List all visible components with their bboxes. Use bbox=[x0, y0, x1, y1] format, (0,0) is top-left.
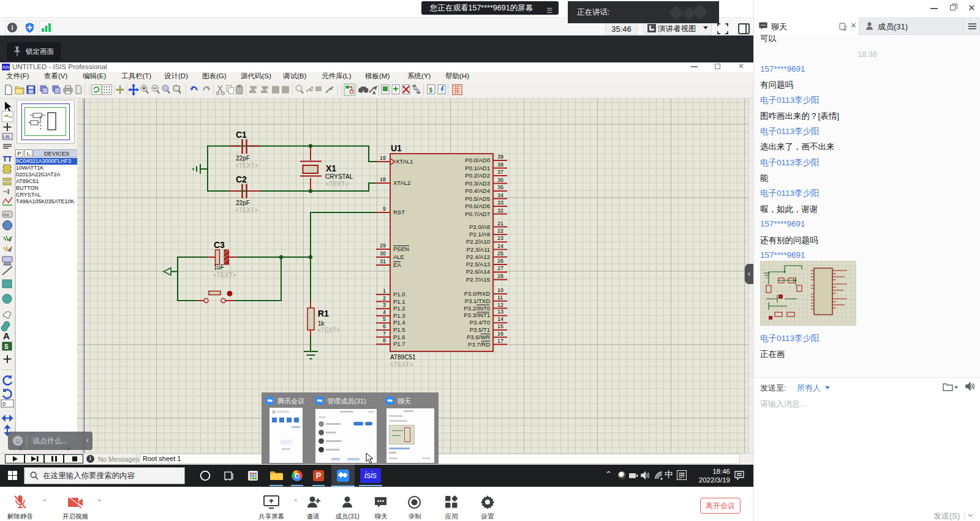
svg-text:31: 31 bbox=[380, 258, 386, 264]
svg-text:AT89C51: AT89C51 bbox=[390, 354, 416, 361]
svg-text:P2.7/A15: P2.7/A15 bbox=[466, 276, 490, 283]
svg-text:13: 13 bbox=[497, 309, 503, 315]
svg-text:P2.2/A10: P2.2/A10 bbox=[466, 238, 490, 245]
svg-text:21: 21 bbox=[497, 220, 503, 227]
svg-text:P1.1: P1.1 bbox=[393, 298, 405, 305]
svg-text:2: 2 bbox=[383, 295, 386, 301]
svg-text:8.8: 8.8 bbox=[4, 213, 9, 217]
svg-text:6: 6 bbox=[383, 323, 386, 329]
svg-text:24: 24 bbox=[497, 243, 503, 249]
svg-text:30: 30 bbox=[380, 250, 386, 257]
svg-text:ALE: ALE bbox=[393, 253, 404, 260]
svg-text:P0.4/AD4: P0.4/AD4 bbox=[465, 187, 490, 194]
svg-text:37: 37 bbox=[497, 169, 503, 175]
svg-text:P0.5/AD5: P0.5/AD5 bbox=[465, 195, 490, 202]
svg-text:<TEXT>: <TEXT> bbox=[317, 327, 340, 334]
svg-text:P0.3/AD3: P0.3/AD3 bbox=[465, 180, 490, 187]
svg-text:P3.7/RD: P3.7/RD bbox=[468, 341, 490, 348]
svg-text:9: 9 bbox=[383, 206, 386, 212]
svg-text:P3.0/RXD: P3.0/RXD bbox=[464, 290, 490, 297]
svg-text:P1.3: P1.3 bbox=[393, 312, 405, 319]
svg-text:15: 15 bbox=[497, 323, 503, 329]
svg-text:P1.6: P1.6 bbox=[393, 334, 405, 340]
svg-text:10: 10 bbox=[497, 287, 503, 293]
svg-text:RST: RST bbox=[393, 209, 405, 216]
svg-text:P0.7/AD7: P0.7/AD7 bbox=[465, 211, 490, 217]
svg-text:R1: R1 bbox=[318, 309, 329, 318]
svg-text:PSEN: PSEN bbox=[393, 246, 409, 252]
svg-text:P2.5/A13: P2.5/A13 bbox=[466, 261, 490, 268]
svg-text:P3.3/INT1: P3.3/INT1 bbox=[464, 312, 490, 318]
svg-text:P2.0/A8: P2.0/A8 bbox=[469, 223, 490, 230]
svg-text:<TEXT>: <TEXT> bbox=[235, 207, 258, 214]
svg-text:22: 22 bbox=[497, 228, 503, 234]
svg-text:22pF: 22pF bbox=[236, 200, 250, 206]
svg-text:C2: C2 bbox=[236, 174, 247, 184]
svg-text:XTAL1: XTAL1 bbox=[396, 158, 413, 165]
svg-text:27: 27 bbox=[497, 265, 503, 271]
svg-text:12: 12 bbox=[497, 302, 503, 308]
svg-text:S: S bbox=[4, 343, 9, 350]
svg-text:0: 0 bbox=[2, 401, 6, 407]
svg-text:5: 5 bbox=[383, 316, 386, 322]
svg-text:23: 23 bbox=[497, 235, 503, 241]
svg-text:P3.2/INT0: P3.2/INT0 bbox=[464, 305, 490, 312]
svg-text:P2.3/A11: P2.3/A11 bbox=[467, 246, 490, 253]
svg-text:4: 4 bbox=[383, 309, 386, 315]
svg-text:36: 36 bbox=[497, 177, 503, 183]
svg-text:C1: C1 bbox=[236, 130, 247, 140]
svg-text:XTAL2: XTAL2 bbox=[393, 179, 410, 186]
svg-text:1: 1 bbox=[383, 288, 386, 294]
svg-text:33: 33 bbox=[497, 200, 503, 206]
svg-text:P3.4/T0: P3.4/T0 bbox=[470, 319, 490, 326]
svg-text:P0.0/AD0: P0.0/AD0 bbox=[465, 157, 490, 163]
svg-text:<TEXT>: <TEXT> bbox=[326, 181, 349, 187]
svg-text:26: 26 bbox=[497, 258, 503, 264]
svg-text:29: 29 bbox=[380, 242, 386, 249]
svg-text:P3.1/TXD: P3.1/TXD bbox=[465, 298, 490, 304]
svg-text:P3.6/WR: P3.6/WR bbox=[467, 334, 490, 340]
svg-text:32: 32 bbox=[497, 208, 503, 214]
svg-text:X1: X1 bbox=[326, 163, 336, 173]
svg-text:8: 8 bbox=[383, 337, 386, 343]
svg-text:17: 17 bbox=[497, 338, 503, 344]
svg-text:P1.7: P1.7 bbox=[393, 340, 405, 347]
svg-text:A: A bbox=[3, 331, 10, 341]
svg-text:CRYSTAL: CRYSTAL bbox=[325, 173, 353, 180]
svg-text:$: $ bbox=[429, 87, 433, 94]
svg-text:35: 35 bbox=[497, 184, 503, 190]
svg-text:P1.2: P1.2 bbox=[393, 305, 405, 312]
svg-text:<TEXT>: <TEXT> bbox=[390, 361, 413, 368]
svg-text:34: 34 bbox=[497, 192, 503, 198]
svg-text:P1.4: P1.4 bbox=[393, 319, 405, 326]
svg-text:1k: 1k bbox=[318, 320, 325, 327]
svg-text:22pF: 22pF bbox=[236, 155, 250, 162]
svg-text:C3: C3 bbox=[214, 240, 225, 250]
svg-text:16: 16 bbox=[497, 331, 503, 337]
svg-text:28: 28 bbox=[497, 273, 503, 279]
svg-text:A: A bbox=[372, 90, 376, 96]
svg-text:19: 19 bbox=[380, 155, 386, 161]
svg-text:11: 11 bbox=[497, 294, 503, 301]
svg-text:7: 7 bbox=[383, 331, 386, 337]
svg-text:1uF: 1uF bbox=[214, 264, 224, 271]
svg-text:P1.0: P1.0 bbox=[393, 291, 405, 298]
svg-text:LBL: LBL bbox=[3, 135, 11, 139]
svg-text:3: 3 bbox=[383, 302, 386, 308]
svg-text:P0.1/AD1: P0.1/AD1 bbox=[465, 165, 490, 171]
svg-text:39: 39 bbox=[497, 154, 503, 160]
svg-text:25: 25 bbox=[497, 250, 503, 257]
svg-text:P0.2/AD2: P0.2/AD2 bbox=[465, 172, 490, 179]
svg-text:EA: EA bbox=[393, 261, 401, 268]
svg-text:U1: U1 bbox=[391, 143, 402, 153]
svg-text:18: 18 bbox=[380, 176, 386, 182]
svg-text:P2.4/A12: P2.4/A12 bbox=[466, 253, 490, 260]
svg-text:38: 38 bbox=[497, 162, 503, 168]
svg-text:<TEXT>: <TEXT> bbox=[213, 272, 236, 279]
svg-text:14: 14 bbox=[497, 316, 503, 322]
svg-text:P2.1/A9: P2.1/A9 bbox=[469, 231, 490, 238]
svg-text:<TEXT>: <TEXT> bbox=[235, 162, 258, 169]
svg-text:P0.6/AD6: P0.6/AD6 bbox=[465, 203, 490, 209]
svg-text:P2.6/A14: P2.6/A14 bbox=[466, 268, 490, 275]
svg-text:P3.5/T1: P3.5/T1 bbox=[470, 326, 490, 333]
